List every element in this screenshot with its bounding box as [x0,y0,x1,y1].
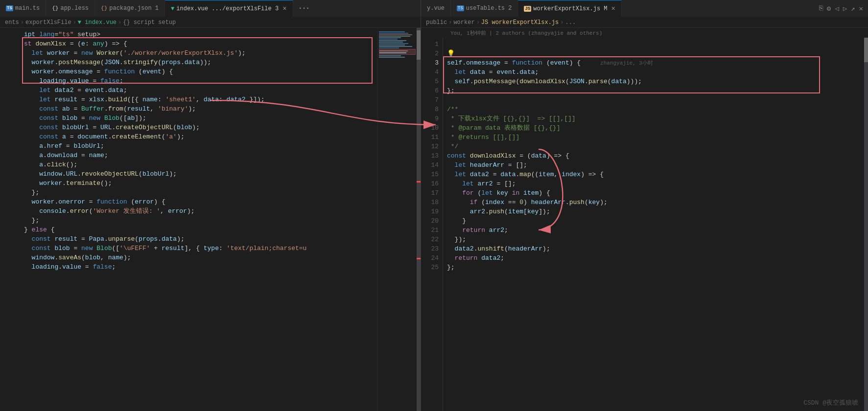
code-line: const blob = new Blob(['\uFEFF' + result… [24,244,377,253]
tab-main-ts[interactable]: TS main.ts [0,0,46,17]
settings-icon[interactable]: ⚙ [827,4,831,13]
tab-y-vue[interactable]: y.vue [421,0,451,17]
ts-icon: TS [457,5,464,11]
code-line: let worker = new Worker('./worker/worker… [24,48,377,58]
left-minimap [377,28,417,411]
code-line-17: for (let key in item) { [447,188,864,198]
right-scrollbar[interactable] [864,38,868,411]
code-line-15: let data2 = data.map((item, index) => { [447,170,864,179]
bracket-icon: {} [101,5,107,11]
code-line-2: 💡 [447,49,864,58]
code-line-16: let arr2 = []; [447,179,864,188]
code-line: worker.onmessage = function (event) { [24,67,377,76]
left-code-area: ipt lang="ts" setup> st downXlsx = (e: a… [0,28,421,411]
close-icon[interactable]: × [611,5,615,13]
code-line: a.click(); [24,160,377,169]
code-line: const result = Papa.unparse(props.data); [24,234,377,244]
left-code-content[interactable]: ipt lang="ts" setup> st downXlsx = (e: a… [22,28,377,411]
tab-worker-export[interactable]: JS workerExportXlsx.js M × [518,0,621,17]
code-line: worker.postMessage(JSON.stringify(props.… [24,58,377,67]
right-code-content[interactable]: 💡 self.onmessage = function (event) {zha… [443,38,864,411]
code-line: }; [24,188,377,197]
code-line-11: * @returns [[],[]] [447,133,864,142]
blame-inline: zhangyajie, 3小时 [600,60,653,66]
code-line-12: */ [447,142,864,151]
sep: › [448,19,452,26]
code-line: let data2 = event.data; [24,86,377,95]
sep: › [476,19,480,26]
main-content: ents › exportXlsFile › ▼ index.vue › {} … [0,17,868,411]
left-editor: ents › exportXlsFile › ▼ index.vue › {} … [0,17,421,411]
tab-usetable-ts[interactable]: TS useTable.ts 2 [451,0,518,17]
tab-more[interactable]: ··· [293,0,314,17]
maximize-icon[interactable]: ↗ [851,4,855,13]
vue-icon: ▼ [171,5,174,12]
breadcrumb-text: exportXlsFile [25,19,71,26]
tab-label: app.less [60,5,89,12]
tab-label: index.vue .../exportXlsFile 3 [176,5,279,12]
bracket-icon: {} [52,5,58,11]
tab-label: useTable.ts 2 [466,5,512,12]
right-code-area: 1 2 3 4 5 6 7 8 9 10 11 12 13 14 15 16 1 [421,38,868,411]
code-line: st downXlsx = (e: any) => { [24,39,377,48]
blame-text: You, 1秒钟前 | 2 authors (zhangyajie and ot… [450,29,602,37]
close-panel-icon[interactable]: ✕ [859,4,863,13]
tab-label: package.json 1 [109,5,159,12]
vue-crumb: ▼ index.vue [78,19,117,26]
bulb-icon: 💡 [447,50,455,57]
right-line-numbers: 1 2 3 4 5 6 7 8 9 10 11 12 13 14 15 16 1 [421,38,443,411]
nav-forward-icon[interactable]: ▷ [843,4,847,13]
code-line: loading.value = false; [24,76,377,86]
js-crumb: JS workerExportXlsx.js [481,19,559,26]
right-editor: public › worker › JS workerExportXlsx.js… [421,17,868,411]
code-line-20: } [447,216,864,226]
scroll-thumb[interactable] [864,38,868,62]
code-line: const blob = new Blob([ab]); [24,114,377,123]
left-scrollbar[interactable] [417,28,421,411]
tab-index-vue[interactable]: ▼ index.vue .../exportXlsFile 3 × [165,0,293,17]
code-line: worker.terminate(); [24,179,377,188]
code-line: a.href = blobUrl; [24,141,377,151]
code-line-13: const downloadXlsx = (data) => { [447,151,864,160]
code-line: worker.onerror = function (error) { [24,197,377,206]
code-line: window.URL.revokeObjectURL(blobUrl); [24,169,377,179]
code-line: const ab = Buffer.from(result, 'binary')… [24,104,377,114]
code-line-3: self.onmessage = function (event) {zhang… [447,58,864,68]
scroll-thumb[interactable] [417,30,421,60]
sep: › [560,19,563,26]
breadcrumb-text: ... [565,19,576,26]
code-line: const blobUrl = URL.createObjectURL(blob… [24,123,377,132]
tab-label: workerExportXlsx.js M [533,5,607,12]
tab-package-json[interactable]: {} package.json 1 [95,0,165,17]
breadcrumb-text: {} script setup [123,19,176,26]
csdn-watermark: CSDN @夜空孤狼唬 [803,398,858,407]
code-line-14: let headerArr = []; [447,160,864,170]
code-line: }; [24,216,377,225]
tab-app-less[interactable]: {} app.less [46,0,95,17]
git-blame-row: You, 1秒钟前 | 2 authors (zhangyajie and ot… [421,28,868,38]
code-line: console.error('Worker 发生错误: ', error); [24,206,377,216]
nav-back-icon[interactable]: ◁ [835,4,839,13]
editor-toolbar: ⎘ ⚙ ◁ ▷ ↗ ✕ [819,4,868,13]
code-line-24: return data2; [447,253,864,263]
code-line-18: if (index == 0) headerArr.push(key); [447,198,864,207]
code-line-21: return arr2; [447,226,864,235]
code-line-9: * 下载xlsx文件 [{},{}] => [[],[]] [447,114,864,123]
sep: › [73,19,76,26]
breadcrumb-text: public [426,19,447,26]
code-line: } else { [24,225,377,234]
breadcrumb-text: ents [5,19,19,26]
code-line-22: }); [447,235,864,244]
split-icon[interactable]: ⎘ [819,4,823,12]
tab-label: y.vue [427,5,445,12]
left-line-numbers [0,28,22,411]
code-line-19: arr2.push(item[key]); [447,207,864,216]
code-line: let result = xlsx.build([{ name: 'sheet1… [24,95,377,104]
close-icon[interactable]: × [282,5,286,13]
code-line: a.download = name; [24,151,377,160]
left-tabs: TS main.ts {} app.less {} package.json 1… [0,0,421,17]
code-line-6: }; [447,86,864,95]
scroll-mark [417,258,421,259]
code-line-25: }; [447,263,864,272]
js-icon: JS [524,6,531,12]
